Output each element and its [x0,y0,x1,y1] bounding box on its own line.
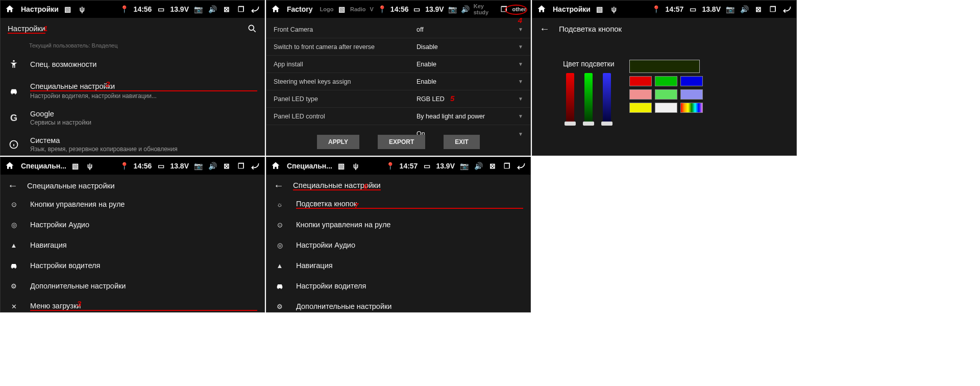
slider-green[interactable] [584,73,593,124]
swatch[interactable] [655,89,677,100]
back-icon[interactable] [782,4,792,14]
light-icon: ☼ [275,199,285,209]
close-icon[interactable]: ⊠ [222,161,232,171]
panel-backlight: Настройки ▧ ψ 📍 14:57 ▭ 13.8V 📷 🔊 ⊠ ❐ ← … [532,0,797,156]
home-icon[interactable] [536,4,547,14]
battery-icon: ▭ [156,161,166,171]
battery-icon: ▭ [688,4,698,14]
back-icon[interactable] [250,4,260,14]
list-item[interactable]: Настройки водителя [266,276,530,296]
list-item-boot-menu[interactable]: ✕Меню загрузки [1,296,264,312]
back-arrow-icon[interactable]: ← [8,180,18,191]
statusbar: Специальн... ▧ ψ 📍 14:57 ▭ 13.9V 📷 🔊 ⊠ ❐ [266,157,530,175]
close-icon[interactable]: ⊠ [487,161,498,171]
home-icon[interactable] [271,4,281,14]
chevron-down-icon: ▼ [518,96,523,102]
page-title-row: ← Подсветка кнопок [532,18,796,39]
swatch[interactable] [629,103,652,113]
settings-item-accessibility[interactable]: Спец. возможности [1,52,264,77]
volume-icon[interactable]: 🔊 [473,161,483,171]
close-icon[interactable]: ⊠ [222,4,232,14]
camera-icon[interactable]: 📷 [193,4,203,14]
window-icon[interactable]: ❐ [768,4,778,14]
home-icon[interactable] [271,161,281,171]
page-title-row: Настройки [1,18,264,39]
apply-button[interactable]: APPLY [317,135,359,149]
back-icon[interactable] [516,161,526,171]
image-icon: ▧ [63,4,73,14]
gear-icon: ⚙ [275,301,285,311]
factory-row[interactable]: Switch to front camera after reverseDisa… [266,38,530,56]
page-title: Специальные настройки [27,181,115,190]
close-icon[interactable]: ⊠ [753,4,764,14]
chevron-down-icon: ▼ [518,44,523,50]
voltage: 13.8V [702,5,721,13]
factory-row[interactable]: Steering wheel keys assignEnable▼ [266,73,530,90]
tab[interactable]: Key study [474,3,496,15]
volume-icon[interactable]: 🔊 [739,4,749,14]
settings-item-google[interactable]: G GoogleСервисы и настройки [1,105,264,131]
settings-item-system[interactable]: СистемаЯзык, время, резервное копировани… [1,131,264,156]
list-item[interactable]: ▲Навигация [266,255,530,276]
swatch[interactable] [680,76,703,86]
camera-icon[interactable]: 📷 [725,4,735,14]
camera-icon[interactable]: 📷 [448,4,457,14]
swatch-rainbow[interactable] [680,103,703,113]
chevron-down-icon: ▼ [518,79,523,84]
camera-icon[interactable]: 📷 [193,161,203,171]
swatch[interactable] [629,76,652,86]
camera-icon[interactable]: 📷 [459,161,469,171]
list-item-backlight[interactable]: ☼Подсветка кнопок [266,194,530,214]
accessibility-icon [9,59,19,69]
swatch-preview [629,60,700,73]
tab[interactable]: Radio [350,6,366,12]
home-icon[interactable] [5,161,15,171]
home-icon[interactable] [5,4,15,14]
list-item[interactable]: Настройки водителя [1,255,264,276]
window-icon[interactable]: ❐ [236,161,246,171]
list-item[interactable]: ◎Настройки Аудио [266,235,530,255]
google-icon: G [9,113,19,123]
exit-button[interactable]: EXIT [444,135,480,149]
image-icon: ▧ [336,161,347,171]
list-item[interactable]: ⊙Кнопки управления на руле [1,194,264,214]
list-item[interactable]: ⊙Кнопки управления на руле [266,214,530,235]
swatch[interactable] [655,76,677,86]
list-item[interactable]: ◎Настройки Аудио [1,214,264,235]
volume-icon[interactable]: 🔊 [207,161,217,171]
usb-icon: ψ [77,4,87,14]
swatch[interactable] [655,103,677,113]
audio-icon: ◎ [275,240,285,250]
slider-red[interactable] [566,73,574,124]
volume-icon[interactable]: 🔊 [461,4,470,14]
back-arrow-icon[interactable]: ← [540,23,550,35]
annotation-3: 3 [77,299,81,308]
swatch[interactable] [629,89,652,100]
list-item[interactable]: ⚙Дополнительные настройки [1,276,264,296]
volume-icon[interactable]: 🔊 [207,4,217,14]
factory-row-panel-led[interactable]: Panel LED typeRGB LED▼ [266,90,530,108]
window-icon[interactable]: ❐ [502,161,512,171]
statusbar: Специальн... ▧ ψ 📍 14:56 ▭ 13.8V 📷 🔊 ⊠ ❐ [1,157,264,175]
slider-blue[interactable] [603,73,611,124]
back-icon[interactable] [250,161,260,171]
settings-item-special[interactable]: Специальные настройкиНастройки водителя,… [1,77,264,105]
search-icon[interactable] [247,23,257,34]
window-icon[interactable]: ❐ [236,4,246,14]
list-item[interactable]: ⚙Дополнительные настройки [266,296,530,312]
list-item[interactable]: ▲Навигация [1,235,264,255]
swatch[interactable] [680,89,703,100]
svg-point-1 [13,60,14,62]
export-button[interactable]: EXPORT [378,135,425,149]
time: 14:56 [134,162,152,170]
image-icon: ▧ [337,4,346,14]
factory-row[interactable]: Front Cameraoff▼ [266,21,530,38]
location-icon: 📍 [651,4,662,14]
tab[interactable]: Logo [320,6,334,12]
back-arrow-icon[interactable]: ← [274,180,284,191]
factory-row[interactable]: Panel LED controlBy head light and power… [266,108,530,125]
car-icon [9,86,19,96]
statusbar-title: Настройки [553,5,591,13]
factory-row[interactable]: App installEnable▼ [266,56,530,73]
voltage: 13.9V [436,162,455,170]
